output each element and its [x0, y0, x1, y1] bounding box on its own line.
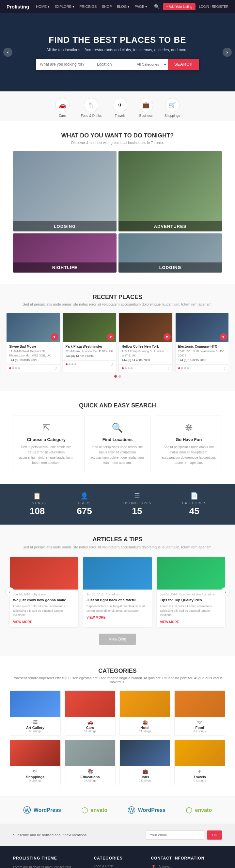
place-3-footer: ⤴ — [119, 364, 172, 372]
tonight-nightlife[interactable]: NIGHTLIFE — [13, 234, 116, 273]
article-card-1[interactable]: Jun 28, 2016 / by admin We just know how… — [10, 557, 78, 627]
footer-col-categories: CATEGORIES Food & Drink Cars ▸ World Fin… — [94, 856, 141, 868]
tonight-section: WHAT DO YOU WANT TO DO TONIGHT? Discover… — [0, 121, 235, 284]
nav-explore[interactable]: EXPLORE ▾ — [55, 5, 74, 9]
educations-icon: 📚 — [68, 769, 112, 774]
cat-food-img — [175, 691, 225, 717]
place-card-4[interactable]: ♥ Electronic Company HTX 2547 1301 N Mt.… — [176, 313, 229, 372]
search-icon[interactable]: 🔍 — [154, 4, 160, 9]
categories-section-title: CATEGORIES — [10, 668, 225, 675]
listing-types-label: LISTING TYPES — [123, 501, 151, 505]
tonight-lodging-1[interactable]: LODGING — [13, 151, 116, 231]
search-input[interactable] — [36, 59, 93, 70]
articles-title: ARTICLES & TIPS — [10, 536, 225, 543]
articles-prev-button[interactable]: ‹ — [5, 587, 14, 596]
cat-icon-food[interactable]: 🍴 Food & Drinks — [81, 98, 101, 118]
navbar: Prolisting HOME ▾ EXPLORE ▾ PRICINGS SHO… — [0, 0, 235, 13]
hero-prev-button[interactable]: ‹ — [3, 48, 12, 57]
newsletter-submit-button[interactable]: OK — [207, 831, 222, 840]
footer-link-food[interactable]: Food & Drink — [94, 864, 141, 868]
articles-next-button[interactable]: › — [221, 587, 230, 596]
lodging-2-label: LODGING — [119, 262, 222, 273]
category-select[interactable]: All Categories — [132, 59, 168, 70]
food-icon: 🍴 — [84, 98, 98, 112]
place-4-share-icon[interactable]: ⤴ — [224, 366, 226, 370]
business-icon: 💼 — [139, 98, 153, 112]
place-4-address: 2547 1301 N Mt. Washmore Dr, DC 20076 — [178, 349, 226, 358]
article-1-title: We just know how gonna make — [13, 598, 75, 602]
article-3-body: Jun 04, 2016 Commercial Use / by admin T… — [157, 590, 225, 627]
adventures-label: ADVENTURES — [119, 221, 222, 231]
contact-address: 📍 AddressProlisting Made in Combo & USA — [151, 864, 222, 868]
nav-page[interactable]: PAGE ▾ — [134, 5, 147, 9]
brand-wordpress-1[interactable]: Ⓦ WordPress — [23, 805, 61, 815]
brand-wordpress-2[interactable]: Ⓦ WordPress — [128, 805, 166, 815]
nav-home[interactable]: HOME ▾ — [36, 5, 49, 9]
place-3-heart-button[interactable]: ♥ — [164, 333, 171, 340]
article-1-img — [10, 557, 78, 590]
cat-food[interactable]: 🍽 Food 0 Listings — [174, 690, 225, 736]
categories-grid: 🖼 Art Gallery 0 Listings 🚗 Cars 0 Listin… — [10, 690, 225, 785]
place-card-2[interactable]: ♥ Park Plaza Westminster 32 Millbank, Lo… — [63, 313, 116, 372]
place-1-share-icon[interactable]: ⤴ — [55, 366, 57, 370]
view-blog-button[interactable]: View Blog — [99, 633, 136, 645]
brand-envato-2[interactable]: ⬡ envato — [186, 806, 212, 815]
place-card-2-img: ♥ — [63, 313, 116, 342]
cat-icon-cars[interactable]: 🚗 Cars — [55, 98, 69, 118]
cat-travels[interactable]: ✈ Travels 0 Listings — [174, 740, 225, 785]
cars-icon: 🚗 — [55, 98, 69, 112]
article-3-view-more[interactable]: VIEW MORE — [160, 620, 222, 624]
cat-educations[interactable]: 📚 Educations 0 Listings — [65, 740, 115, 785]
nav-shop[interactable]: SHOP — [101, 5, 112, 9]
search-button[interactable]: SEARCH — [168, 59, 199, 70]
cat-art-gallery-count: 0 Listings — [13, 730, 58, 733]
brand-envato-1[interactable]: ⬡ envato — [81, 806, 108, 815]
nav-pricings[interactable]: PRICINGS — [79, 5, 97, 9]
place-4-title: Electronic Company HTX — [178, 345, 226, 348]
article-3-meta: Jun 04, 2016 Commercial Use / by admin — [160, 593, 222, 596]
stat-listings: 📋 LISTINGS 108 — [28, 492, 46, 517]
cat-art-gallery[interactable]: 🖼 Art Gallery 0 Listings — [10, 690, 61, 736]
cat-hotel-count: 0 Listings — [123, 730, 167, 733]
place-3-share-icon[interactable]: ⤴ — [168, 366, 170, 370]
register-link[interactable]: REGISTER — [212, 5, 229, 8]
place-1-heart-button[interactable]: ♥ — [51, 333, 58, 340]
article-card-3[interactable]: Jun 04, 2016 Commercial Use / by admin T… — [157, 557, 225, 627]
place-2-address: 32 Millbank, London SW1P 4RX, UK — [66, 349, 113, 353]
cat-label-shoppings: Shoppings — [165, 114, 180, 118]
place-3-dots — [122, 367, 133, 369]
envato-icon-1: ⬡ — [81, 806, 88, 815]
cat-jobs[interactable]: 💼 Jobs 0 Listings — [120, 740, 170, 785]
slider-dot-2[interactable] — [119, 375, 121, 378]
shoppings-icon: 🛒 — [165, 98, 179, 112]
location-input[interactable] — [93, 59, 132, 70]
article-1-view-more[interactable]: VIEW MORE — [13, 620, 75, 624]
footer-about-text: Lorem ipsum dolor sit amet, consectetur … — [13, 864, 84, 868]
cat-icon-business[interactable]: 💼 Business — [139, 98, 153, 118]
article-card-2[interactable]: Jun 28, 2016 / by admin Just sit right b… — [83, 557, 152, 627]
nav-blog[interactable]: BLOG ▾ — [117, 5, 130, 9]
login-link[interactable]: LOGIN — [199, 5, 209, 8]
place-2-share-icon[interactable]: ⤴ — [111, 362, 113, 366]
article-2-view-more[interactable]: VIEW MORE — [87, 616, 148, 619]
tonight-adventures[interactable]: ADVENTURES — [119, 151, 222, 231]
cat-label-business: Business — [139, 114, 153, 118]
tonight-subtitle: Discover & connect with great local busi… — [13, 141, 222, 145]
tonight-lodging-2[interactable]: LODGING — [119, 234, 222, 273]
cat-hotel[interactable]: 🏨 Hotel 0 Listings — [120, 690, 170, 736]
place-card-1[interactable]: ♥ Skype Bad Movie 1118-140 West Tarphant… — [6, 313, 60, 372]
slider-dot-1[interactable] — [114, 375, 117, 378]
place-2-heart-button[interactable]: ♥ — [107, 333, 114, 340]
cat-icon-shoppings[interactable]: 🛒 Shoppings — [165, 98, 180, 118]
cat-icon-travels[interactable]: ✈ Travels — [113, 98, 127, 118]
cat-shoppings[interactable]: 🛍 Shoppings 0 Listings — [10, 740, 61, 785]
place-4-heart-button[interactable]: ♥ — [220, 333, 227, 340]
newsletter-email-input[interactable] — [145, 831, 204, 840]
place-card-3[interactable]: ♥ Hellow Coffee New York 113 J Phillip G… — [119, 313, 172, 372]
add-listing-button[interactable]: + Add Your Listing — [163, 3, 196, 10]
place-1-footer: ⤴ — [6, 364, 60, 372]
hero-next-button[interactable]: › — [223, 48, 232, 57]
food-cat-icon: 🍽 — [177, 719, 222, 725]
cat-cars[interactable]: 🚗 Cars 0 Listings — [65, 690, 115, 736]
quick-card-1-text: Sed ut perspiciatis unde omnis iste natu… — [18, 444, 74, 465]
